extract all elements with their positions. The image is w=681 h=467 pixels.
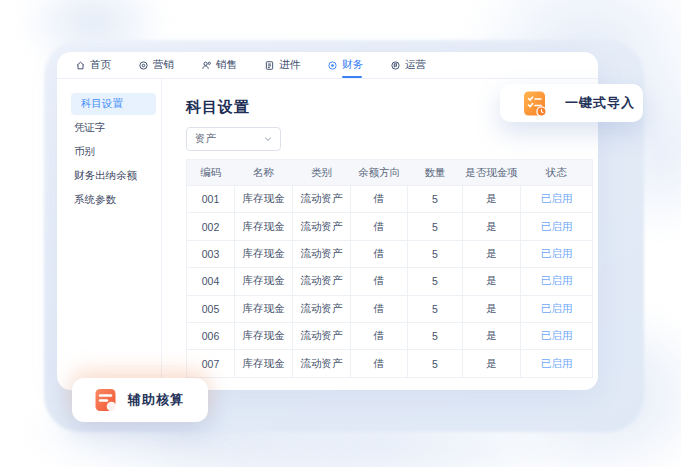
nav-item-home[interactable]: 首页: [75, 52, 111, 78]
status-badge[interactable]: 已启用: [521, 322, 593, 349]
table-row: 003库存现金流动资产借5是已启用: [187, 240, 593, 267]
column-header-category: 类别: [293, 160, 351, 186]
cell-is-cash: 是: [463, 322, 521, 349]
cell-category: 流动资产: [293, 213, 351, 240]
marketing-icon: [138, 60, 149, 71]
cell-direction: 借: [351, 268, 408, 295]
cell-quantity: 5: [408, 350, 463, 377]
cell-name: 库存现金: [235, 186, 293, 213]
cell-category: 流动资产: [293, 268, 351, 295]
cell-code: 004: [187, 268, 235, 295]
screenshot-canvas: 首页 营销 销售 进件 财务 运营: [0, 0, 681, 467]
nav-item-finance[interactable]: 财务: [327, 52, 363, 78]
status-badge[interactable]: 已启用: [521, 213, 593, 240]
sidebar-item-cashier-balance[interactable]: 财务出纳余额: [57, 164, 161, 188]
cell-code: 005: [187, 295, 235, 322]
cell-code: 002: [187, 213, 235, 240]
nav-item-marketing[interactable]: 营销: [138, 52, 174, 78]
cell-quantity: 5: [408, 213, 463, 240]
main-content: 科目设置 资产 编码 名称 类别 余额方向 数量 是否现金项: [162, 79, 598, 390]
cell-category: 流动资产: [293, 295, 351, 322]
nav-item-label: 首页: [90, 58, 111, 72]
nav-item-operations[interactable]: 运营: [390, 52, 426, 78]
nav-item-label: 进件: [279, 58, 300, 72]
table-row: 007库存现金流动资产借5是已启用: [187, 350, 593, 377]
cell-name: 库存现金: [235, 268, 293, 295]
auxiliary-accounting-label: 辅助核算: [128, 391, 184, 409]
cell-category: 流动资产: [293, 322, 351, 349]
sidebar-item-label: 凭证字: [74, 121, 106, 135]
cell-name: 库存现金: [235, 213, 293, 240]
column-header-is-cash: 是否现金项: [463, 160, 521, 186]
cell-quantity: 5: [408, 186, 463, 213]
column-header-direction: 余额方向: [351, 160, 408, 186]
table-row: 004库存现金流动资产借5是已启用: [187, 268, 593, 295]
cell-is-cash: 是: [463, 295, 521, 322]
nav-item-label: 营销: [153, 58, 174, 72]
sidebar-item-system-params[interactable]: 系统参数: [57, 188, 161, 212]
status-badge[interactable]: 已启用: [521, 268, 593, 295]
sales-icon: [201, 60, 212, 71]
sidebar-item-label: 财务出纳余额: [74, 169, 137, 183]
cell-code: 007: [187, 350, 235, 377]
cell-category: 流动资产: [293, 186, 351, 213]
operations-icon: [390, 60, 401, 71]
sidebar-item-label: 科目设置: [81, 97, 123, 111]
nav-item-documents[interactable]: 进件: [264, 52, 300, 78]
cell-is-cash: 是: [463, 186, 521, 213]
nav-item-label: 运营: [405, 58, 426, 72]
status-badge[interactable]: 已启用: [521, 240, 593, 267]
cell-name: 库存现金: [235, 322, 293, 349]
cell-code: 006: [187, 322, 235, 349]
cell-direction: 借: [351, 213, 408, 240]
nav-item-label: 销售: [216, 58, 237, 72]
top-navigation: 首页 营销 销售 进件 财务 运营: [57, 52, 598, 79]
cell-category: 流动资产: [293, 350, 351, 377]
cell-code: 001: [187, 186, 235, 213]
cell-quantity: 5: [408, 295, 463, 322]
sidebar-item-label: 系统参数: [74, 193, 116, 207]
sidebar-item-label: 币别: [74, 145, 95, 159]
sidebar-item-subject-settings[interactable]: 科目设置: [71, 93, 156, 115]
finance-icon: [327, 60, 338, 71]
one-click-import-card[interactable]: 一键式导入: [500, 84, 643, 122]
checklist-clock-icon: [522, 90, 549, 117]
cell-code: 003: [187, 240, 235, 267]
column-header-code: 编码: [187, 160, 235, 186]
cell-direction: 借: [351, 350, 408, 377]
cell-direction: 借: [351, 186, 408, 213]
chevron-down-icon: [264, 135, 272, 143]
cell-is-cash: 是: [463, 240, 521, 267]
auxiliary-accounting-card[interactable]: 辅助核算: [72, 378, 208, 422]
table-row: 006库存现金流动资产借5是已启用: [187, 322, 593, 349]
asset-type-select[interactable]: 资产: [186, 127, 281, 151]
status-badge[interactable]: 已启用: [521, 186, 593, 213]
sidebar-item-currency[interactable]: 币别: [57, 140, 161, 164]
nav-item-sales[interactable]: 销售: [201, 52, 237, 78]
cell-quantity: 5: [408, 322, 463, 349]
cell-category: 流动资产: [293, 240, 351, 267]
cell-direction: 借: [351, 240, 408, 267]
cell-name: 库存现金: [235, 350, 293, 377]
subjects-table: 编码 名称 类别 余额方向 数量 是否现金项 状态 001库存现金流动资产借5是…: [186, 159, 593, 378]
status-badge[interactable]: 已启用: [521, 295, 593, 322]
column-header-quantity: 数量: [408, 160, 463, 186]
cell-direction: 借: [351, 295, 408, 322]
cell-quantity: 5: [408, 268, 463, 295]
document-lines-icon: [93, 387, 120, 414]
column-header-name: 名称: [235, 160, 293, 186]
home-icon: [75, 60, 86, 71]
sidebar: 科目设置 凭证字 币别 财务出纳余额 系统参数: [57, 79, 162, 390]
column-header-status: 状态: [521, 160, 593, 186]
sidebar-item-voucher-word[interactable]: 凭证字: [57, 116, 161, 140]
nav-item-label: 财务: [342, 58, 363, 72]
documents-icon: [264, 60, 275, 71]
table-header-row: 编码 名称 类别 余额方向 数量 是否现金项 状态: [187, 160, 593, 186]
cell-quantity: 5: [408, 240, 463, 267]
table-row: 005库存现金流动资产借5是已启用: [187, 295, 593, 322]
one-click-import-label: 一键式导入: [565, 94, 635, 112]
cell-is-cash: 是: [463, 350, 521, 377]
table-row: 002库存现金流动资产借5是已启用: [187, 213, 593, 240]
status-badge[interactable]: 已启用: [521, 350, 593, 377]
cell-name: 库存现金: [235, 240, 293, 267]
